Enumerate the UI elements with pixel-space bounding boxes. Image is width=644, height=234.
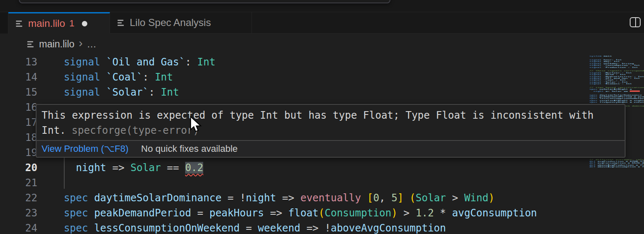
editor-tab-bar: main.lilo 1 Lilo Spec Analysis: [0, 12, 644, 34]
tab-bar-left-spacer: [0, 12, 8, 34]
code-text[interactable]: spec daytimeSolarDominance = !night => e…: [52, 190, 495, 205]
token: => !: [306, 222, 331, 234]
minimap-line: night => Solar ==: [589, 91, 644, 92]
token: daytimeSolarDominance: [94, 192, 228, 204]
hover-error-source: specforge(type-error): [72, 125, 199, 136]
hover-status-bar: View Problem (⌥F8) No quick fixes availa…: [37, 140, 625, 157]
token: 0: [373, 192, 379, 204]
code-line-20[interactable]: 20 night => Solar == 0.2: [0, 160, 644, 175]
view-problem-link[interactable]: View Problem (⌥F8): [42, 143, 128, 154]
minimap-error-marker: [630, 91, 640, 92]
line-number[interactable]: 15: [0, 85, 37, 100]
token: :: [149, 86, 161, 98]
code-line-21[interactable]: 21: [0, 175, 644, 190]
minimap-line: def aboveAvgConsumption = float(Consumpt…: [589, 166, 644, 168]
token: Int: [197, 56, 215, 68]
tab-label: Lilo Spec Analysis: [130, 17, 211, 29]
token: :: [143, 71, 155, 83]
code-line-15[interactable]: 15 signal `Solar`: Int: [0, 85, 644, 100]
minimap-line: spec frequencyNight = eventually [0, 12]…: [589, 101, 644, 103]
indent-guide: [64, 158, 65, 189]
token: ): [391, 207, 397, 219]
token: = !: [228, 192, 246, 204]
line-number[interactable]: 18: [0, 130, 37, 145]
code-text[interactable]: night => Solar == 0.2: [52, 160, 203, 175]
chevron-right-icon: ›: [79, 36, 82, 50]
token: lessConsumptionOnWeekend: [94, 222, 246, 234]
code-text[interactable]: spec peakDemandPeriod = peakHours => flo…: [52, 205, 537, 221]
token: `Coal`: [106, 71, 143, 83]
code-text[interactable]: signal `Coal`: Int: [52, 70, 173, 85]
token: float: [288, 207, 319, 219]
quick-input-box[interactable]: [19, 0, 390, 3]
token: (: [410, 192, 416, 204]
token: signal: [52, 71, 106, 83]
token: ==: [167, 162, 185, 174]
token: :: [185, 56, 197, 68]
token: =>: [113, 162, 131, 174]
code-line-24[interactable]: 24 spec lessConsumptionOnWeekend = weeke…: [0, 221, 644, 234]
token: >: [398, 207, 416, 219]
breadcrumb-file[interactable]: main.lilo: [39, 39, 74, 50]
token: signal: [52, 56, 106, 68]
line-number[interactable]: 14: [0, 70, 37, 85]
split-editor-icon[interactable]: [630, 17, 641, 27]
token: peakDemandPeriod: [94, 207, 197, 219]
token: eventually: [300, 192, 367, 204]
vscode-window: main.lilo 1 Lilo Spec Analysis main.lilo…: [0, 0, 644, 234]
tab-main-lilo[interactable]: main.lilo 1: [8, 12, 110, 34]
token: >: [446, 192, 464, 204]
code-line-22[interactable]: 22 spec daytimeSolarDominance = !night =…: [0, 190, 644, 205]
line-number[interactable]: 22: [0, 190, 37, 205]
token: signal: [52, 86, 106, 98]
token: spec: [52, 207, 94, 219]
code-text[interactable]: signal `Solar`: Int: [52, 85, 179, 100]
token: Wind: [464, 192, 489, 204]
line-number[interactable]: 19: [0, 145, 37, 160]
token: night: [246, 192, 282, 204]
token: =>: [270, 207, 288, 219]
line-number[interactable]: 20: [0, 160, 37, 175]
token: ]: [398, 192, 403, 204]
token: avgConsumption: [452, 207, 537, 219]
token: ): [488, 192, 494, 204]
token: aboveAvgConsumption: [331, 222, 446, 234]
file-lines-icon: [27, 41, 34, 47]
error-token[interactable]: 0.2: [185, 162, 203, 174]
code-line-14[interactable]: 14 signal `Coal`: Int: [0, 70, 644, 85]
mouse-cursor-icon: [187, 116, 203, 134]
token: [: [367, 192, 373, 204]
token: =: [197, 207, 209, 219]
line-number[interactable]: 16: [0, 100, 37, 115]
token: Int: [161, 86, 179, 98]
code-text[interactable]: spec lessConsumptionOnWeekend = weekend …: [52, 221, 446, 234]
tab-lilo-spec-analysis[interactable]: Lilo Spec Analysis: [110, 12, 252, 34]
breadcrumb: main.lilo › …: [0, 34, 644, 55]
hover-message-line1: This expression is expected of type Int …: [42, 108, 620, 123]
token: Solar: [416, 192, 446, 204]
token: spec: [52, 192, 94, 204]
no-quick-fixes-label: No quick fixes available: [141, 143, 238, 154]
code-line-23[interactable]: 23 spec peakDemandPeriod = peakHours => …: [0, 205, 644, 221]
hover-message: This expression is expected of type Int …: [37, 105, 625, 138]
token: 1.2: [416, 207, 434, 219]
token: 5: [391, 192, 397, 204]
token: *: [434, 207, 452, 219]
breadcrumb-symbol-more[interactable]: …: [87, 39, 97, 50]
error-hover-tooltip: This expression is expected of type Int …: [36, 104, 626, 158]
token: =>: [282, 192, 300, 204]
problems-count-badge: 1: [69, 18, 74, 29]
modified-dot-icon: [82, 21, 87, 26]
token: (: [319, 207, 325, 219]
token: Consumption: [325, 207, 391, 219]
code-line-13[interactable]: 13 signal `Oil and Gas`: Int: [0, 55, 644, 70]
line-number[interactable]: 17: [0, 115, 37, 130]
line-number[interactable]: 24: [0, 221, 37, 234]
line-number[interactable]: 23: [0, 205, 37, 221]
token: Solar: [131, 162, 167, 174]
token: spec: [52, 222, 94, 234]
code-text[interactable]: signal `Oil and Gas`: Int: [52, 55, 215, 70]
token: `Solar`: [106, 86, 149, 98]
line-number[interactable]: 21: [0, 175, 37, 190]
line-number[interactable]: 13: [0, 55, 37, 70]
